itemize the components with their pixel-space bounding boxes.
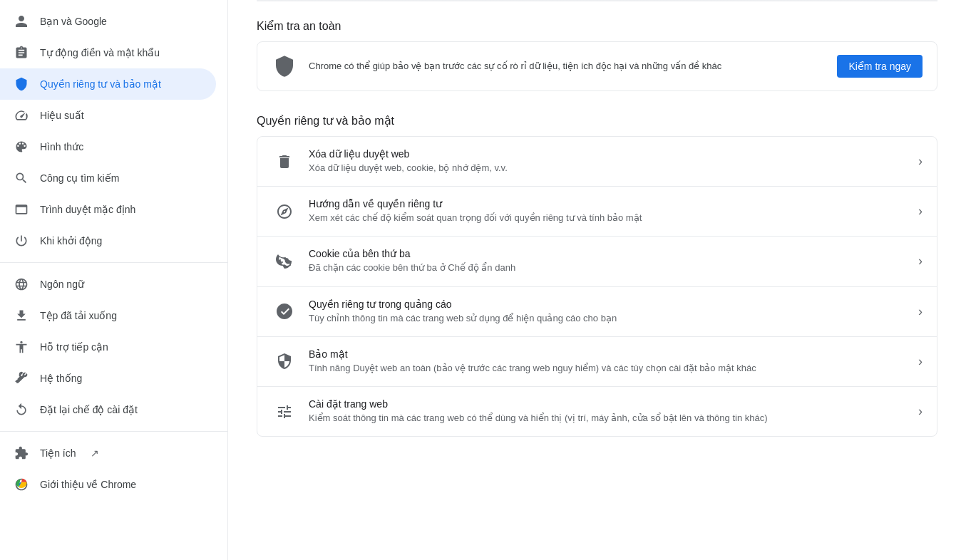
sidebar-label-ban-va-google: Bạn và Google bbox=[40, 16, 107, 27]
sidebar-label-ngon-ngu: Ngôn ngữ bbox=[40, 279, 84, 290]
privacy-item-content-cookie: Cookie của bên thứ ba Đã chặn các cookie… bbox=[309, 248, 907, 274]
puzzle-icon bbox=[14, 446, 29, 460]
sidebar-item-he-thong[interactable]: Hệ thống bbox=[0, 363, 216, 394]
chevron-right-icon-cookie: › bbox=[918, 254, 923, 269]
sidebar-label-khi-khoi-dong: Khi khởi động bbox=[40, 235, 102, 247]
privacy-item-xoa-du-lieu[interactable]: Xóa dữ liệu duyệt web Xóa dữ liệu duyệt … bbox=[257, 137, 937, 187]
privacy-item-content-huong-dan: Hướng dẫn về quyền riêng tư Xem xét các … bbox=[309, 198, 907, 224]
sidebar-item-ho-tro[interactable]: Hỗ trợ tiếp cận bbox=[0, 331, 216, 363]
sidebar-item-khi-khoi-dong[interactable]: Khi khởi động bbox=[0, 225, 216, 256]
download-icon bbox=[14, 308, 29, 323]
sidebar-label-gioi-thieu: Giới thiệu về Chrome bbox=[40, 479, 136, 490]
privacy-item-bao-mat[interactable]: Bảo mật Tính năng Duyệt web an toàn (bảo… bbox=[257, 337, 937, 387]
chevron-right-icon-cai-dat: › bbox=[918, 404, 923, 419]
compass-icon bbox=[272, 199, 297, 224]
sidebar-group-1: Bạn và Google Tự động điền và mật khẩu Q… bbox=[0, 6, 227, 256]
privacy-item-desc-cai-dat: Kiểm soát thông tin mà các trang web có … bbox=[309, 412, 907, 425]
privacy-item-content-xoa: Xóa dữ liệu duyệt web Xóa dữ liệu duyệt … bbox=[309, 148, 907, 175]
accessibility-icon bbox=[14, 340, 29, 354]
clipboard-icon bbox=[14, 46, 29, 60]
privacy-list: Xóa dữ liệu duyệt web Xóa dữ liệu duyệt … bbox=[257, 136, 937, 437]
chevron-right-icon-quang-cao: › bbox=[918, 304, 923, 319]
sidebar-group-2: Ngôn ngữ Tệp đã tải xuống Hỗ trợ tiếp cậ… bbox=[0, 269, 227, 425]
privacy-item-title-xoa: Xóa dữ liệu duyệt web bbox=[309, 148, 907, 160]
sidebar-item-gioi-thieu[interactable]: Giới thiệu về Chrome bbox=[0, 469, 216, 500]
privacy-item-content-cai-dat: Cài đặt trang web Kiểm soát thông tin mà… bbox=[309, 398, 907, 425]
privacy-item-title-cai-dat: Cài đặt trang web bbox=[309, 398, 907, 410]
sidebar-item-dat-lai[interactable]: Đặt lại chế độ cài đặt bbox=[0, 394, 216, 425]
sidebar-divider-1 bbox=[0, 262, 227, 263]
sidebar-item-quyen-rieng-tu[interactable]: Quyền riêng tư và bảo mật bbox=[0, 68, 216, 100]
power-icon bbox=[14, 234, 29, 248]
safety-check-button[interactable]: Kiểm tra ngay bbox=[837, 55, 923, 78]
sidebar-item-ngon-ngu[interactable]: Ngôn ngữ bbox=[0, 269, 216, 300]
main-content: Kiểm tra an toàn Chrome có thể giúp bảo … bbox=[228, 0, 966, 560]
ad-privacy-icon bbox=[272, 299, 297, 324]
external-link-icon: ↗ bbox=[91, 447, 99, 459]
privacy-item-cai-dat[interactable]: Cài đặt trang web Kiểm soát thông tin mà… bbox=[257, 387, 937, 436]
gauge-icon bbox=[14, 108, 29, 123]
sidebar-label-hinh-thuc: Hình thức bbox=[40, 141, 83, 152]
sidebar-label-ho-tro: Hỗ trợ tiếp cận bbox=[40, 341, 108, 353]
safety-card: Chrome có thể giúp bảo vệ bạn trước các … bbox=[257, 41, 937, 91]
sidebar-label-trinh-duyet: Trình duyệt mặc định bbox=[40, 204, 135, 215]
svg-point-2 bbox=[279, 259, 281, 261]
sidebar-label-tap-da-tai: Tệp đã tải xuống bbox=[40, 310, 117, 321]
sidebar-label-hieu-suat: Hiệu suất bbox=[40, 110, 84, 121]
privacy-item-quang-cao[interactable]: Quyền riêng tư trong quảng cáo Tùy chỉnh… bbox=[257, 287, 937, 337]
chevron-right-icon-xoa: › bbox=[918, 154, 923, 169]
svg-point-4 bbox=[287, 262, 289, 264]
privacy-item-content-quang-cao: Quyền riêng tư trong quảng cáo Tùy chỉnh… bbox=[309, 299, 907, 325]
sidebar-label-tien-ich: Tiện ích bbox=[40, 447, 76, 459]
sidebar-group-3: Tiện ích ↗ Giới thiệu về Chrome bbox=[0, 437, 227, 500]
sidebar-item-ban-va-google[interactable]: Bạn và Google bbox=[0, 6, 216, 37]
privacy-item-desc-quang-cao: Tùy chỉnh thông tin mà các trang web sử … bbox=[309, 312, 907, 325]
svg-point-3 bbox=[284, 266, 286, 267]
sidebar-item-tu-dong-dien[interactable]: Tự động điền và mật khẩu bbox=[0, 37, 216, 68]
privacy-item-title-huong-dan: Hướng dẫn về quyền riêng tư bbox=[309, 198, 907, 209]
globe-icon bbox=[14, 277, 29, 291]
cookie-icon bbox=[272, 249, 297, 274]
privacy-item-desc-xoa: Xóa dữ liệu duyệt web, cookie, bộ nhớ đệ… bbox=[309, 162, 907, 175]
privacy-item-desc-cookie: Đã chặn các cookie bên thứ ba ở Chế độ ẩ… bbox=[309, 261, 907, 274]
svg-point-1 bbox=[282, 261, 283, 263]
sidebar: Bạn và Google Tự động điền và mật khẩu Q… bbox=[0, 0, 228, 560]
trash-icon bbox=[272, 149, 297, 175]
sliders-icon bbox=[272, 399, 297, 425]
privacy-item-desc-huong-dan: Xem xét các chế độ kiểm soát quan trọng … bbox=[309, 212, 907, 224]
chevron-right-icon-bao-mat: › bbox=[918, 354, 923, 369]
safety-card-text: Chrome có thể giúp bảo vệ bạn trước các … bbox=[309, 59, 826, 73]
palette-icon bbox=[14, 140, 29, 154]
privacy-item-title-cookie: Cookie của bên thứ ba bbox=[309, 248, 907, 259]
chrome-icon bbox=[14, 477, 29, 492]
privacy-item-desc-bao-mat: Tính năng Duyệt web an toàn (bảo vệ trướ… bbox=[309, 362, 907, 375]
safety-shield-icon bbox=[272, 53, 297, 79]
sidebar-item-hinh-thuc[interactable]: Hình thức bbox=[0, 131, 216, 162]
sidebar-label-dat-lai: Đặt lại chế độ cài đặt bbox=[40, 404, 138, 415]
privacy-item-huong-dan[interactable]: Hướng dẫn về quyền riêng tư Xem xét các … bbox=[257, 187, 937, 237]
shield-blue-icon bbox=[14, 77, 29, 91]
sidebar-label-tu-dong: Tự động điền và mật khẩu bbox=[40, 47, 160, 58]
chevron-right-icon-huong-dan: › bbox=[918, 204, 923, 219]
privacy-item-content-bao-mat: Bảo mật Tính năng Duyệt web an toàn (bảo… bbox=[309, 348, 907, 375]
sidebar-item-tien-ich[interactable]: Tiện ích ↗ bbox=[0, 437, 216, 469]
person-icon bbox=[14, 14, 29, 28]
sidebar-divider-2 bbox=[0, 431, 227, 432]
privacy-section-title: Quyền riêng tư và bảo mật bbox=[257, 108, 937, 136]
privacy-item-title-quang-cao: Quyền riêng tư trong quảng cáo bbox=[309, 299, 907, 310]
sidebar-item-tap-da-tai[interactable]: Tệp đã tải xuống bbox=[0, 300, 216, 331]
wrench-icon bbox=[14, 371, 29, 385]
sidebar-label-he-thong: Hệ thống bbox=[40, 373, 82, 384]
security-shield-icon bbox=[272, 348, 297, 374]
reset-icon bbox=[14, 403, 29, 417]
search-icon bbox=[14, 171, 29, 185]
safety-section-title: Kiểm tra an toàn bbox=[257, 2, 937, 41]
privacy-item-title-bao-mat: Bảo mật bbox=[309, 348, 907, 360]
sidebar-item-trinh-duyet[interactable]: Trình duyệt mặc định bbox=[0, 194, 216, 225]
sidebar-label-cong-cu: Công cụ tìm kiếm bbox=[40, 172, 119, 184]
browser-icon bbox=[14, 202, 29, 217]
sidebar-item-cong-cu-tim-kiem[interactable]: Công cụ tìm kiếm bbox=[0, 162, 216, 194]
privacy-item-cookie[interactable]: Cookie của bên thứ ba Đã chặn các cookie… bbox=[257, 237, 937, 286]
sidebar-item-hieu-suat[interactable]: Hiệu suất bbox=[0, 100, 216, 131]
svg-point-5 bbox=[289, 264, 291, 266]
